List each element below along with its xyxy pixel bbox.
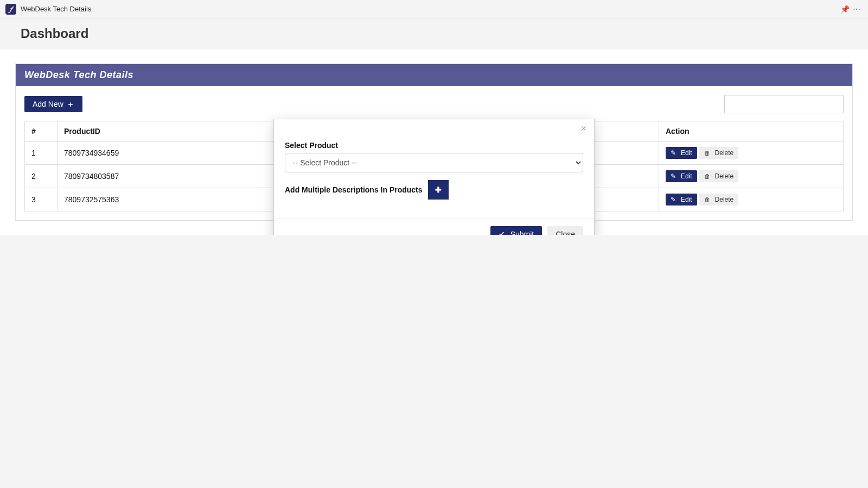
- close-label: Close: [556, 230, 575, 235]
- row-index: 1: [25, 142, 58, 165]
- row-index: 3: [25, 188, 58, 211]
- plus-icon: [435, 185, 442, 194]
- trash-icon: [704, 150, 712, 156]
- col-action: Action: [659, 121, 844, 142]
- page-header: Dashboard: [0, 18, 868, 49]
- plus-icon: ＋: [67, 100, 74, 108]
- trash-icon: [704, 173, 712, 179]
- delete-button[interactable]: Delete: [699, 194, 739, 206]
- add-product-modal: × Select Product -- Select Product -- Ad…: [273, 119, 595, 235]
- add-description-button[interactable]: [428, 180, 449, 200]
- row-index: 2: [25, 165, 58, 188]
- page-title: Dashboard: [21, 26, 847, 41]
- pin-icon[interactable]: 📌: [839, 5, 851, 14]
- select-product-label: Select Product: [285, 141, 583, 150]
- edit-button[interactable]: Edit: [666, 170, 697, 182]
- close-button[interactable]: Close: [547, 226, 583, 235]
- delete-button[interactable]: Delete: [699, 170, 739, 182]
- submit-button[interactable]: Submit: [490, 226, 542, 235]
- more-icon[interactable]: ⋯: [851, 5, 863, 14]
- add-new-button[interactable]: Add New ＋: [24, 96, 82, 112]
- multi-desc-label: Add Multiple Descriptions In Products: [285, 185, 423, 194]
- window-titlebar: 𝑓 WebDesk Tech Details 📌 ⋯: [0, 0, 868, 18]
- check-icon: [499, 230, 507, 235]
- edit-icon: [671, 173, 678, 179]
- trash-icon: [704, 196, 712, 203]
- window-title: WebDesk Tech Details: [21, 5, 91, 13]
- edit-icon: [671, 196, 678, 203]
- col-index: #: [25, 121, 58, 142]
- panel-title: WebDesk Tech Details: [16, 64, 852, 86]
- select-product-dropdown[interactable]: -- Select Product --: [285, 153, 583, 172]
- modal-close-icon[interactable]: ×: [580, 124, 586, 133]
- submit-label: Submit: [510, 230, 534, 235]
- app-logo: 𝑓: [5, 4, 16, 15]
- edit-button[interactable]: Edit: [666, 147, 697, 159]
- edit-icon: [671, 150, 678, 156]
- add-new-label: Add New: [33, 100, 63, 108]
- edit-button[interactable]: Edit: [666, 194, 697, 206]
- delete-button[interactable]: Delete: [699, 147, 739, 159]
- search-input[interactable]: [724, 95, 844, 113]
